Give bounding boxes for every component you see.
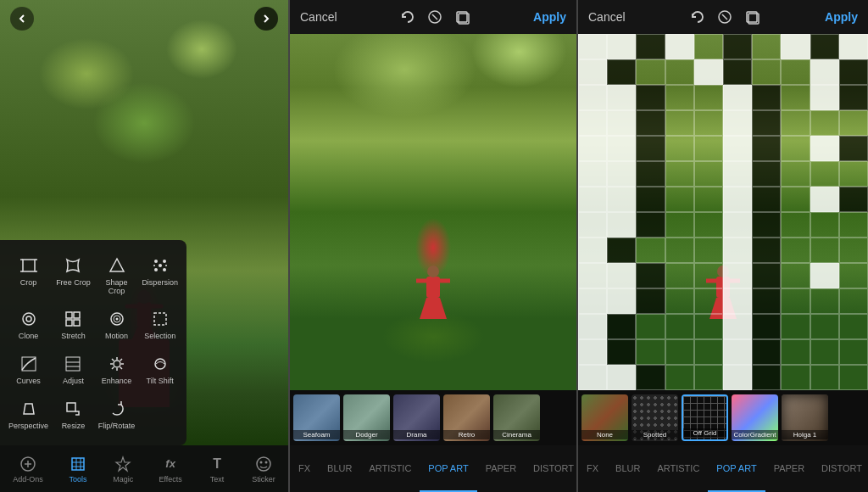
- grid-cell: [636, 314, 665, 339]
- tool-flip-rotate[interactable]: Flip/Rotate: [97, 394, 137, 435]
- filter-drama[interactable]: Drama: [393, 394, 440, 441]
- grid-cell: [607, 161, 636, 187]
- resize-label: Resize: [62, 422, 86, 430]
- sticker-button[interactable]: Sticker: [252, 455, 275, 484]
- mid-cancel-button[interactable]: Cancel: [300, 10, 337, 24]
- tool-free-crop[interactable]: Free Crop: [53, 250, 93, 300]
- svg-point-12: [163, 268, 166, 271]
- enhance-icon: [107, 354, 127, 374]
- mid-eraser-icon[interactable]: [427, 9, 442, 25]
- flip-rotate-icon: [107, 399, 127, 419]
- grid-cell: [665, 365, 694, 390]
- grid-cell: [810, 288, 839, 314]
- grid-cell: [607, 136, 636, 161]
- right-undo-icon[interactable]: [690, 9, 705, 25]
- right-cat-popart[interactable]: POP ART: [708, 445, 765, 492]
- tool-dispersion[interactable]: Dispersion: [140, 250, 180, 300]
- tool-motion[interactable]: Motion: [97, 304, 137, 345]
- grid-cell: [781, 314, 810, 339]
- grid-cell: [781, 212, 810, 238]
- right-filter-colorgradient[interactable]: ColorGradient: [732, 394, 778, 441]
- right-layers-icon[interactable]: [744, 9, 760, 25]
- text-button[interactable]: T Text: [208, 455, 226, 484]
- grid-cell: [723, 161, 752, 187]
- right-cat-artistic[interactable]: ARTISTIC: [648, 445, 708, 492]
- tool-curves[interactable]: Curves: [7, 349, 50, 390]
- tool-tilt-shift[interactable]: Tilt Shift: [140, 349, 180, 390]
- grid-cell: [694, 263, 723, 288]
- grid-cell: [781, 34, 810, 59]
- right-cat-fx[interactable]: FX: [578, 445, 607, 492]
- mid-cat-paper[interactable]: PAPER: [477, 445, 525, 492]
- right-filter-none[interactable]: None: [581, 394, 628, 441]
- filter-seafoam[interactable]: Seafoam: [293, 394, 340, 441]
- filter-cinerama[interactable]: Cinerama: [493, 394, 540, 441]
- right-header-icons: [690, 9, 760, 25]
- add-ons-icon: [19, 455, 37, 473]
- grid-cell: [752, 212, 781, 238]
- mid-header-icons: [400, 9, 470, 25]
- mid-layers-icon[interactable]: [454, 9, 470, 25]
- resize-icon: [63, 399, 83, 419]
- grid-cell: [810, 339, 839, 365]
- tool-perspective[interactable]: Perspective: [7, 394, 50, 435]
- tool-shape-crop[interactable]: Shape Crop: [97, 250, 137, 300]
- motion-icon: [107, 309, 127, 329]
- adjust-label: Adjust: [63, 377, 84, 385]
- right-eraser-icon[interactable]: [717, 9, 732, 25]
- right-filter-strip: None Spotted Off Grid ColorGradient Holg…: [578, 390, 868, 445]
- grid-cell: [694, 238, 723, 263]
- perspective-icon: [19, 399, 39, 419]
- filter-dodger[interactable]: Dodger: [343, 394, 390, 441]
- grid-cell: [723, 263, 752, 288]
- mid-cat-popart[interactable]: POP ART: [420, 445, 476, 492]
- grid-cell: [694, 59, 723, 85]
- svg-point-52: [260, 461, 263, 463]
- grid-cell: [839, 288, 868, 314]
- grid-cell: [781, 187, 810, 212]
- tool-stretch[interactable]: Stretch: [53, 304, 93, 345]
- grid-cell: [636, 136, 665, 161]
- magic-button[interactable]: Magic: [113, 455, 133, 484]
- grid-cell: [636, 263, 665, 288]
- tool-enhance[interactable]: Enhance: [97, 349, 137, 390]
- forward-button[interactable]: [254, 7, 278, 31]
- grid-cell: [723, 110, 752, 136]
- mid-cat-distort[interactable]: DISTORT: [525, 445, 576, 492]
- mid-apply-button[interactable]: Apply: [533, 10, 566, 24]
- mid-undo-icon[interactable]: [400, 9, 415, 25]
- grid-cell: [578, 314, 607, 339]
- tool-crop[interactable]: Crop: [7, 250, 50, 300]
- right-cancel-button[interactable]: Cancel: [588, 10, 626, 24]
- svg-point-9: [154, 260, 158, 263]
- grid-cell: [723, 34, 752, 59]
- tool-clone[interactable]: Clone: [7, 304, 50, 345]
- right-filter-holga[interactable]: Holga 1: [782, 394, 828, 441]
- right-filter-spotted[interactable]: Spotted: [632, 394, 678, 441]
- grid-cell: [839, 365, 868, 390]
- tool-resize[interactable]: Resize: [53, 394, 93, 435]
- svg-rect-41: [67, 403, 75, 411]
- add-ons-button[interactable]: Add-Ons: [13, 455, 43, 484]
- grid-cell: [636, 34, 665, 59]
- grid-cell: [781, 238, 810, 263]
- mid-cat-artistic[interactable]: ARTISTIC: [360, 445, 420, 492]
- grid-cell: [578, 339, 607, 365]
- tilt-shift-icon: [150, 354, 170, 374]
- back-button[interactable]: [10, 7, 34, 31]
- svg-marker-40: [24, 404, 34, 414]
- filter-retro[interactable]: Retro: [443, 394, 490, 441]
- mid-cat-fx[interactable]: FX: [290, 445, 319, 492]
- right-apply-button[interactable]: Apply: [825, 10, 858, 24]
- right-cat-blur[interactable]: BLUR: [607, 445, 648, 492]
- tool-adjust[interactable]: Adjust: [53, 349, 93, 390]
- tools-button[interactable]: Tools: [69, 455, 87, 484]
- right-filter-offgrid[interactable]: Off Grid: [682, 394, 728, 441]
- tool-selection[interactable]: Selection: [140, 304, 180, 345]
- right-cat-distort[interactable]: DISTORT: [813, 445, 868, 492]
- grid-cell: [723, 314, 752, 339]
- right-cat-paper[interactable]: PAPER: [765, 445, 813, 492]
- grid-cell: [578, 288, 607, 314]
- mid-cat-blur[interactable]: BLUR: [319, 445, 360, 492]
- effects-button[interactable]: fx Effects: [159, 455, 181, 484]
